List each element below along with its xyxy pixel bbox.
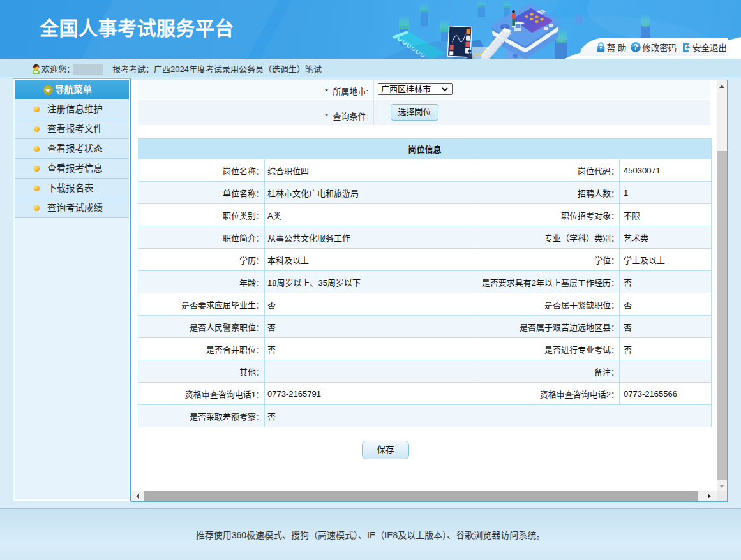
svg-text:?: ? xyxy=(634,43,638,52)
